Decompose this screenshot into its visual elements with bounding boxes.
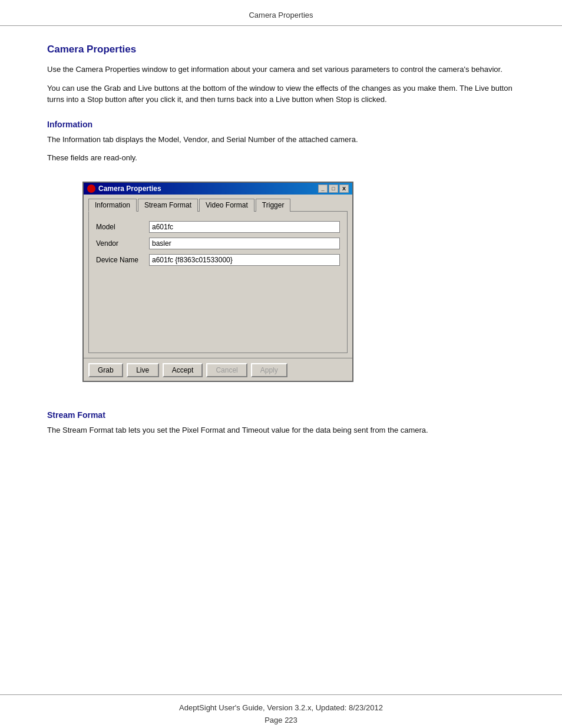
tab-stream-format[interactable]: Stream Format [138,199,198,212]
page-footer: AdeptSight User's Guide, Version 3.2.x, … [0,694,562,728]
field-row-device-name: Device Name [96,254,340,266]
input-vendor[interactable] [149,238,340,249]
camera-properties-dialog: Camera Properties _ □ X Information Stre… [82,182,353,382]
footer-line1: AdeptSight User's Guide, Version 3.2.x, … [0,703,562,712]
header-title: Camera Properties [249,11,313,19]
tab-video-format[interactable]: Video Format [199,199,254,212]
info-desc-1: The Information tab displays the Model, … [47,134,515,146]
field-row-vendor: Vendor [96,238,340,249]
dialog-window: Camera Properties _ □ X Information Stre… [82,182,353,382]
footer-page-number: Page 223 [0,716,562,724]
cancel-button[interactable]: Cancel [206,363,247,377]
apply-button[interactable]: Apply [251,363,287,377]
intro-paragraph-1: Use the Camera Properties window to get … [47,64,515,75]
input-model[interactable] [149,221,340,233]
dialog-body: Information Stream Format Video Format T… [84,195,352,358]
live-button[interactable]: Live [127,363,159,377]
close-button[interactable]: X [339,185,349,193]
stream-format-desc: The Stream Format tab lets you set the P… [47,424,515,436]
dialog-titlebar: Camera Properties _ □ X [84,183,352,195]
dialog-title-text: Camera Properties [98,185,161,193]
label-vendor: Vendor [96,239,149,248]
page-header: Camera Properties [0,0,562,26]
info-desc-2: These fields are read-only. [47,152,515,164]
intro-paragraph-2: You can use the Grab and Live buttons at… [47,83,515,106]
titlebar-left: Camera Properties [87,185,161,193]
input-device-name[interactable] [149,254,340,266]
dialog-tabs: Information Stream Format Video Format T… [88,198,348,212]
label-device-name: Device Name [96,256,149,264]
accept-button[interactable]: Accept [163,363,203,377]
minimize-button[interactable]: _ [318,185,328,193]
restore-button[interactable]: □ [329,185,338,193]
tab-trigger[interactable]: Trigger [256,199,291,212]
stream-format-title: Stream Format [47,410,515,420]
page-content: Camera Properties Use the Camera Propert… [0,26,562,694]
titlebar-controls[interactable]: _ □ X [318,185,349,193]
tab-information[interactable]: Information [88,199,137,212]
dialog-title-icon [87,185,95,193]
dialog-buttons: Grab Live Accept Cancel Apply [84,358,352,381]
label-model: Model [96,223,149,231]
grab-button[interactable]: Grab [88,363,123,377]
main-title: Camera Properties [47,44,515,55]
field-row-model: Model [96,221,340,233]
tab-content-information: Model Vendor Device Name [88,212,348,353]
info-section-title: Information [47,120,515,129]
